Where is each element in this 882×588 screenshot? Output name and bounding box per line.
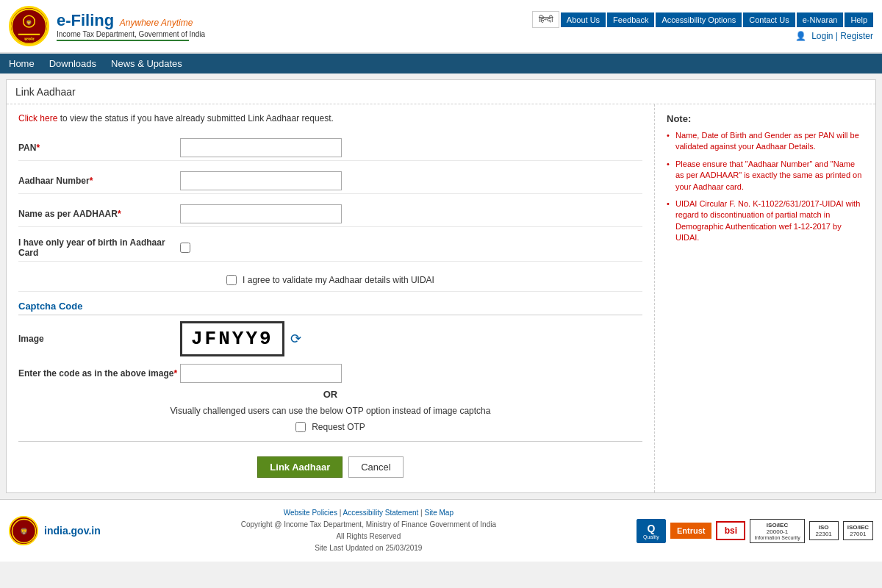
- agree-checkbox[interactable]: [226, 275, 237, 285]
- main-content: Link Aadhaar Click here to view the stat…: [6, 79, 876, 493]
- india-gov-label[interactable]: india.gov.in: [44, 525, 101, 537]
- or-divider: OR: [18, 389, 642, 400]
- nav-home[interactable]: Home: [9, 58, 35, 69]
- contact-us-button[interactable]: Contact Us: [743, 12, 795, 27]
- svg-text:सत्यमेव: सत्यमेव: [24, 36, 35, 40]
- login-register-link[interactable]: 👤 Login | Register: [795, 31, 873, 41]
- footer-badges: Q Quality Entrust bsi ISO/IEC 20000-1 In…: [637, 519, 873, 543]
- footer-rights: All Rights Reserved: [115, 531, 622, 542]
- birth-year-label: I have only year of birth in Aadhaar Car…: [18, 237, 180, 258]
- captcha-image-display: JFNYY9: [180, 321, 284, 356]
- pan-label: PAN*: [18, 143, 180, 153]
- nav-downloads[interactable]: Downloads: [49, 58, 96, 69]
- cancel-button[interactable]: Cancel: [348, 456, 403, 478]
- header: 🦁 सत्यमेव e-Filing Anywhere Anytime Inco…: [0, 0, 882, 54]
- feedback-button[interactable]: Feedback: [607, 12, 654, 27]
- captcha-image-row: Image JFNYY9 ⟳: [18, 321, 642, 356]
- enivaran-button[interactable]: e-Nivaran: [797, 12, 844, 27]
- govt-emblem: 🦁 सत्यमेव: [9, 6, 49, 46]
- button-row: Link Aadhaar Cancel: [18, 451, 642, 484]
- nav-bar: Home Downloads News & Updates: [0, 54, 882, 74]
- note-item-2: Please ensure that "Aadhaar Number" and …: [667, 159, 864, 193]
- click-here-link[interactable]: Click here: [18, 113, 57, 123]
- name-aadhaar-label: Name as per AADHAAR*: [18, 209, 180, 219]
- about-us-button[interactable]: About Us: [561, 12, 606, 27]
- green-bar: [57, 40, 189, 41]
- captcha-input[interactable]: [180, 364, 342, 383]
- logo-text: e-Filing Anywhere Anytime Income Tax Dep…: [57, 11, 205, 41]
- top-nav: हिन्दी About Us Feedback Accessibility O…: [532, 11, 873, 28]
- notes-list: Name, Date of Birth and Gender as per PA…: [667, 130, 864, 244]
- otp-row: Request OTP: [18, 422, 642, 432]
- aadhaar-number-row: Aadhaar Number*: [18, 168, 642, 194]
- hindi-button[interactable]: हिन्दी: [532, 11, 559, 28]
- footer-last-updated: Site Last Updated on 25/03/2019: [115, 542, 622, 554]
- efiling-brand: e-Filing Anywhere Anytime: [57, 11, 205, 30]
- captcha-section-title: Captcha Code: [18, 301, 642, 315]
- entrust-badge: Entrust: [670, 523, 712, 539]
- agree-row: I agree to validate my Aadhaar details w…: [18, 269, 642, 292]
- link-aadhaar-button[interactable]: Link Aadhaar: [257, 456, 343, 478]
- site-map-link[interactable]: Site Map: [424, 509, 453, 517]
- footer-copyright: Copyright @ Income Tax Department, Minis…: [115, 519, 622, 531]
- nav-news-updates[interactable]: News & Updates: [111, 58, 182, 69]
- accessibility-button[interactable]: Accessibility Options: [656, 12, 742, 27]
- iso3-badge: ISO/IEC 27001: [843, 521, 873, 540]
- birth-year-row: I have only year of birth in Aadhaar Car…: [18, 234, 642, 262]
- note-item-3: UIDAI Circular F. No. K-11022/631/2017-U…: [667, 198, 864, 244]
- iso2-badge: ISO 22301: [809, 521, 839, 540]
- otp-description: Visually challenged users can use the be…: [18, 406, 642, 416]
- page-title: Link Aadhaar: [7, 80, 875, 104]
- request-otp-checkbox[interactable]: [295, 422, 306, 432]
- dept-line: Income Tax Department, Government of Ind…: [57, 30, 205, 38]
- header-right: हिन्दी About Us Feedback Accessibility O…: [532, 11, 873, 41]
- iso1-badge: ISO/IEC 20000-1 Information Security: [750, 519, 804, 543]
- name-aadhaar-row: Name as per AADHAAR*: [18, 201, 642, 227]
- svg-text:🦁: 🦁: [20, 527, 29, 536]
- notes-section: Note: Name, Date of Birth and Gender as …: [655, 104, 875, 492]
- notes-title: Note:: [667, 113, 864, 124]
- quality-badge: Q Quality: [637, 519, 666, 543]
- svg-rect-3: [18, 33, 40, 35]
- logo-area: 🦁 सत्यमेव e-Filing Anywhere Anytime Inco…: [9, 6, 205, 46]
- form-section: Click here to view the status if you hav…: [7, 104, 655, 492]
- birth-year-checkbox[interactable]: [180, 243, 190, 253]
- help-button[interactable]: Help: [845, 12, 873, 27]
- enter-code-label: Enter the code as in the above image*: [18, 368, 180, 379]
- content-area: Click here to view the status if you hav…: [7, 104, 875, 492]
- accessibility-statement-link[interactable]: Accessibility Statement: [343, 509, 419, 517]
- footer-policy-links: Website Policies | Accessibility Stateme…: [115, 507, 622, 519]
- footer: 🦁 india.gov.in Website Policies | Access…: [0, 499, 882, 562]
- form-divider: [18, 441, 642, 442]
- bsi-badge: bsi: [716, 521, 745, 540]
- captcha-refresh-button[interactable]: ⟳: [290, 331, 301, 347]
- enter-code-row: Enter the code as in the above image*: [18, 364, 642, 383]
- svg-text:🦁: 🦁: [26, 19, 32, 26]
- request-otp-label: Request OTP: [312, 422, 365, 432]
- footer-emblem: 🦁: [9, 516, 38, 545]
- footer-logo: 🦁 india.gov.in: [9, 516, 101, 545]
- click-here-notice: Click here to view the status if you hav…: [18, 113, 642, 123]
- pan-field-row: PAN*: [18, 135, 642, 161]
- agree-label: I agree to validate my Aadhaar details w…: [243, 275, 434, 285]
- note-item-1: Name, Date of Birth and Gender as per PA…: [667, 130, 864, 153]
- website-policies-link[interactable]: Website Policies: [284, 509, 337, 517]
- aadhaar-number-input[interactable]: [180, 171, 342, 190]
- footer-center: Website Policies | Accessibility Stateme…: [115, 507, 622, 554]
- pan-input[interactable]: [180, 138, 342, 157]
- captcha-image-label: Image: [18, 334, 180, 344]
- name-aadhaar-input[interactable]: [180, 204, 342, 223]
- aadhaar-number-label: Aadhaar Number*: [18, 176, 180, 186]
